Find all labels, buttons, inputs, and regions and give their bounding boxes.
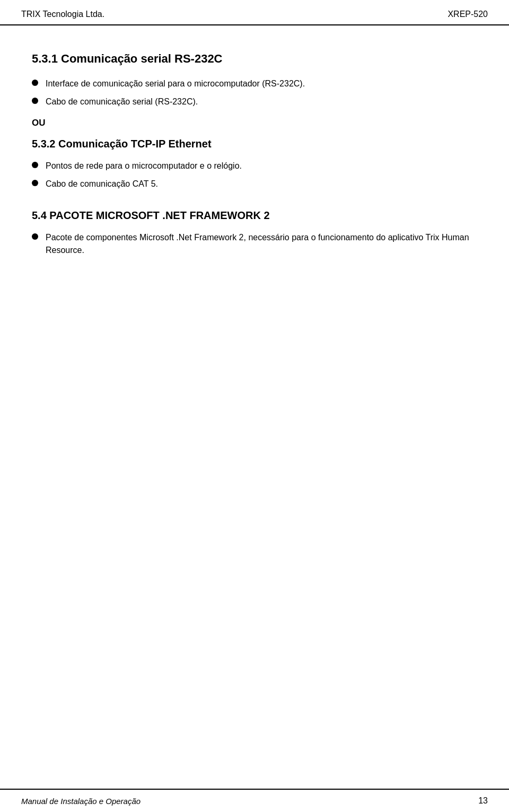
main-content: 5.3.1 Comunicação serial RS-232C Interfa… — [0, 25, 509, 812]
list-item: Pontos de rede para o microcomputador e … — [32, 160, 477, 172]
section-54-heading-text: 5.4 Pacote Microsoft .NET Framework 2 — [32, 209, 270, 221]
section-531-list: Interface de comunicação serial para o m… — [32, 77, 477, 108]
page-container: TRIX Tecnologia Ltda. XREP-520 5.3.1 Com… — [0, 0, 509, 812]
page-footer: Manual de Instalação e Operação 13 — [0, 789, 509, 812]
bullet-icon — [32, 233, 38, 240]
list-item-text: Cabo de comunicação serial (RS-232C). — [46, 95, 198, 108]
section-532-list: Pontos de rede para o microcomputador e … — [32, 160, 477, 190]
section-532-heading: 5.3.2 Comunicação TCP-IP Ethernet — [32, 138, 477, 150]
bullet-icon — [32, 98, 38, 104]
bullet-icon — [32, 80, 38, 86]
bullet-icon — [32, 162, 38, 168]
list-item-text: Cabo de comunicação CAT 5. — [46, 178, 158, 190]
bullet-icon — [32, 180, 38, 186]
list-item-text: Pacote de componentes Microsoft .Net Fra… — [46, 231, 477, 257]
ou-divider: OU — [32, 118, 477, 128]
list-item-text: Pontos de rede para o microcomputador e … — [46, 160, 242, 172]
list-item: Cabo de comunicação serial (RS-232C). — [32, 95, 477, 108]
section-531-heading: 5.3.1 Comunicação serial RS-232C — [32, 52, 477, 66]
footer-title: Manual de Instalação e Operação — [21, 797, 141, 806]
company-name: TRIX Tecnologia Ltda. — [21, 10, 104, 19]
document-id: XREP-520 — [447, 10, 488, 19]
list-item-text: Interface de comunicação serial para o m… — [46, 77, 305, 90]
section-54-list: Pacote de componentes Microsoft .Net Fra… — [32, 231, 477, 257]
page-header: TRIX Tecnologia Ltda. XREP-520 — [0, 0, 509, 25]
list-item: Interface de comunicação serial para o m… — [32, 77, 477, 90]
list-item: Pacote de componentes Microsoft .Net Fra… — [32, 231, 477, 257]
list-item: Cabo de comunicação CAT 5. — [32, 178, 477, 190]
page-number: 13 — [478, 796, 488, 806]
section-54-heading: 5.4 Pacote Microsoft .NET Framework 2 — [32, 209, 477, 222]
